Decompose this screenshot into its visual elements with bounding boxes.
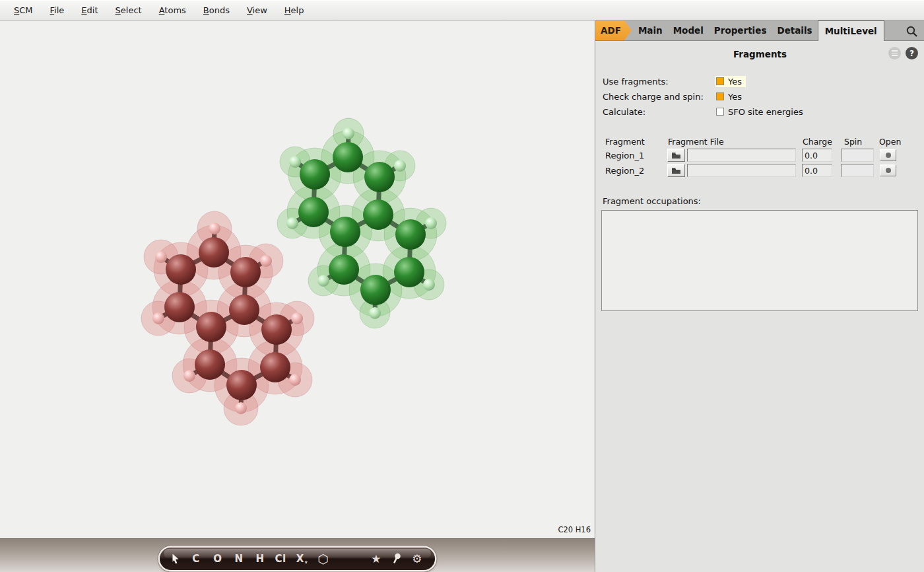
tab-bar: ADFMainModelPropertiesDetailsMultiLevel	[595, 20, 924, 41]
charge-field[interactable]: 0.0	[802, 149, 832, 162]
page-title: Fragments	[595, 49, 924, 59]
carbon-atom	[330, 217, 360, 247]
table-header: Fragment File	[668, 137, 724, 147]
options-lines-icon[interactable]	[888, 47, 901, 59]
hydrogen-atom	[286, 217, 298, 229]
hydrogen-atom	[394, 160, 406, 172]
option-row: Calculate:SFO site energies	[603, 105, 807, 118]
checkbox[interactable]	[716, 77, 724, 85]
hydrogen-atom	[155, 251, 167, 263]
element-button-c[interactable]: C	[192, 553, 200, 565]
formula-label: C20 H16	[558, 525, 591, 534]
carbon-atom	[395, 219, 426, 250]
tab-properties[interactable]: Properties	[709, 20, 772, 40]
option-label: Check charge and spin:	[603, 92, 715, 102]
menu-item-atoms[interactable]: Atoms	[150, 3, 195, 18]
fragment-occupations-textarea[interactable]	[601, 210, 918, 311]
carbon-atom	[166, 254, 196, 285]
carbon-atom	[195, 349, 225, 380]
open-fragment-button[interactable]	[880, 149, 896, 161]
element-button-h[interactable]: H	[255, 553, 264, 565]
option-value: Yes	[728, 92, 742, 102]
fragment-name: Region_2	[605, 166, 644, 176]
cursor-icon[interactable]	[172, 554, 180, 565]
search-icon[interactable]	[904, 24, 919, 38]
hydrogen-atom	[317, 275, 329, 287]
dot-icon	[886, 153, 891, 158]
menu-item-help[interactable]: Help	[276, 3, 313, 18]
table-row: Region_20.0	[595, 164, 924, 178]
hydrogen-atom	[152, 312, 164, 324]
menu-item-select[interactable]: Select	[107, 3, 150, 18]
spin-field[interactable]	[841, 149, 874, 162]
menu-item-file[interactable]: File	[42, 3, 73, 18]
option-label: Calculate:	[603, 107, 715, 117]
menu-item-scm[interactable]: SCM	[5, 3, 42, 18]
carbon-atom	[363, 199, 393, 230]
help-icon[interactable]: ?	[906, 47, 918, 59]
hydrogen-atom	[289, 156, 301, 168]
open-fragment-button[interactable]	[880, 164, 896, 176]
tab-adf[interactable]: ADF	[595, 20, 632, 40]
molecule-canvas[interactable]	[0, 20, 595, 538]
fragment-file-field[interactable]	[687, 149, 796, 162]
table-header: Charge	[803, 137, 832, 147]
checkbox[interactable]	[716, 92, 724, 100]
fragment-name: Region_1	[605, 151, 644, 161]
tab-model[interactable]: Model	[668, 20, 709, 40]
dot-icon	[886, 168, 891, 173]
spin-field[interactable]	[841, 164, 874, 177]
table-header: Open	[879, 137, 901, 147]
carbon-atom	[333, 142, 363, 172]
hydrogen-atom	[183, 370, 195, 382]
wand-icon[interactable]	[392, 553, 401, 565]
table-header: Spin	[844, 137, 862, 147]
fragment-red[interactable]	[141, 211, 314, 425]
hydrogen-atom	[209, 223, 220, 234]
hydrogen-atom	[260, 255, 272, 267]
carbon-atom	[298, 197, 329, 227]
fragment-file-field[interactable]	[687, 164, 796, 177]
element-button-n[interactable]: N	[234, 553, 243, 565]
carbon-atom	[164, 292, 195, 322]
fragment-green[interactable]	[277, 118, 446, 328]
hydrogen-atom	[235, 402, 247, 414]
tab-details[interactable]: Details	[772, 20, 817, 40]
chevron-down-icon: ▾	[305, 559, 308, 565]
table-row: Region_10.0	[595, 149, 924, 162]
tab-multilevel[interactable]: MultiLevel	[818, 20, 884, 41]
molecule-viewer[interactable]: C20 H16	[0, 20, 595, 538]
hydrogen-atom	[289, 374, 301, 386]
carbon-atom	[360, 275, 391, 305]
element-button-o[interactable]: O	[213, 553, 222, 565]
charge-field[interactable]: 0.0	[802, 164, 832, 177]
menu-item-edit[interactable]: Edit	[73, 3, 106, 18]
option-value: Yes	[728, 77, 742, 87]
menu-bar: SCMFileEditSelectAtomsBondsViewHelp	[0, 0, 924, 20]
option-value: SFO site energies	[728, 107, 803, 117]
element-button-x[interactable]: X▾	[296, 553, 308, 565]
hexagon-ring-icon[interactable]: ⬡	[317, 552, 329, 566]
carbon-atom	[196, 312, 226, 342]
star-icon[interactable]: ★	[371, 552, 381, 565]
carbon-atom	[300, 159, 330, 190]
folder-browse-button[interactable]	[667, 164, 685, 177]
carbon-atom	[364, 162, 395, 192]
menu-item-view[interactable]: View	[238, 3, 276, 18]
element-button-cl[interactable]: Cl	[275, 553, 286, 565]
carbon-atom	[199, 237, 229, 268]
bottom-toolbar-strip: CONHClX▾⬡★⚙	[0, 538, 595, 572]
gear-icon[interactable]: ⚙	[412, 552, 422, 565]
tab-main[interactable]: Main	[633, 20, 668, 40]
carbon-atom	[260, 352, 290, 382]
carbon-atom	[229, 295, 259, 325]
checkbox[interactable]	[716, 108, 724, 116]
menu-item-bonds[interactable]: Bonds	[195, 3, 238, 18]
fragment-occupations-label: Fragment occupations:	[603, 196, 701, 206]
folder-browse-button[interactable]	[667, 149, 685, 162]
option-label: Use fragments:	[603, 77, 715, 87]
carbon-atom	[261, 314, 292, 345]
option-row: Use fragments:Yes	[603, 75, 746, 88]
hydrogen-atom	[425, 217, 437, 229]
carbon-atom	[226, 370, 257, 400]
